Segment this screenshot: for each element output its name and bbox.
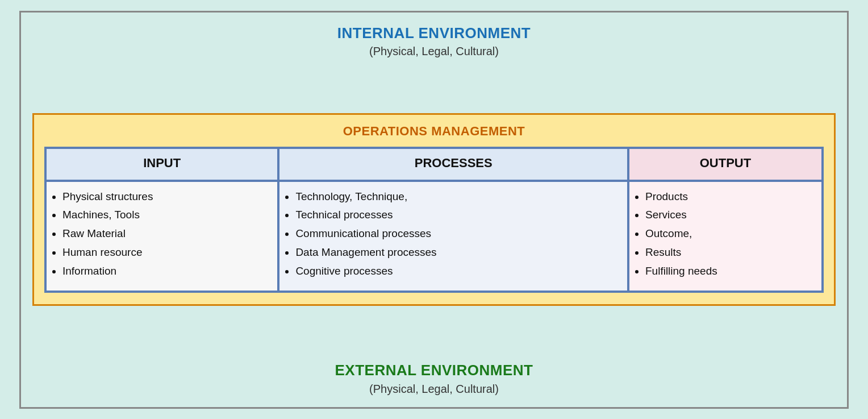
- list-item: Outcome,: [645, 227, 812, 241]
- internal-environment: INTERNAL ENVIRONMENT (Physical, Legal, C…: [337, 23, 531, 59]
- processes-header-label: PROCESSES: [289, 156, 618, 173]
- input-header-cell: INPUT: [45, 148, 278, 181]
- input-header-label: INPUT: [56, 156, 268, 173]
- ops-management-title: OPERATIONS MANAGEMENT: [343, 124, 525, 139]
- output-header-label: OUTPUT: [639, 156, 812, 173]
- list-item: Technology, Technique,: [295, 190, 618, 204]
- list-item: Physical structures: [62, 190, 268, 204]
- main-table: INPUT PROCESSES OUTPUT Physical structur…: [44, 147, 824, 293]
- output-list: Products Services Outcome, Results Fulfi…: [641, 190, 812, 278]
- external-env-title: EXTERNAL ENVIRONMENT: [335, 360, 533, 380]
- outer-container: INTERNAL ENVIRONMENT (Physical, Legal, C…: [19, 11, 849, 409]
- operations-management-container: OPERATIONS MANAGEMENT INPUT PROCESSES OU…: [32, 113, 836, 306]
- input-body-cell: Physical structures Machines, Tools Raw …: [45, 181, 278, 292]
- list-item: Data Management processes: [295, 246, 618, 260]
- list-item: Communicational processes: [295, 227, 618, 241]
- list-item: Raw Material: [62, 227, 268, 241]
- processes-body-cell: Technology, Technique, Technical process…: [278, 181, 628, 292]
- list-item: Services: [645, 208, 812, 222]
- external-env-subtitle: (Physical, Legal, Cultural): [335, 381, 533, 397]
- output-header-cell: OUTPUT: [628, 148, 823, 181]
- list-item: Products: [645, 190, 812, 204]
- list-item: Information: [62, 264, 268, 279]
- internal-env-title: INTERNAL ENVIRONMENT: [337, 23, 531, 43]
- internal-env-subtitle: (Physical, Legal, Cultural): [337, 43, 531, 59]
- external-environment: EXTERNAL ENVIRONMENT (Physical, Legal, C…: [335, 360, 533, 396]
- output-body-cell: Products Services Outcome, Results Fulfi…: [628, 181, 823, 292]
- table-header-row: INPUT PROCESSES OUTPUT: [45, 148, 823, 181]
- list-item: Human resource: [62, 246, 268, 260]
- list-item: Results: [645, 246, 812, 260]
- input-list: Physical structures Machines, Tools Raw …: [58, 190, 268, 278]
- list-item: Technical processes: [295, 208, 618, 222]
- list-item: Cognitive processes: [295, 264, 618, 279]
- table-body-row: Physical structures Machines, Tools Raw …: [45, 181, 823, 292]
- processes-list: Technology, Technique, Technical process…: [291, 190, 618, 278]
- list-item: Machines, Tools: [62, 208, 268, 222]
- list-item: Fulfilling needs: [645, 264, 812, 279]
- processes-header-cell: PROCESSES: [278, 148, 628, 181]
